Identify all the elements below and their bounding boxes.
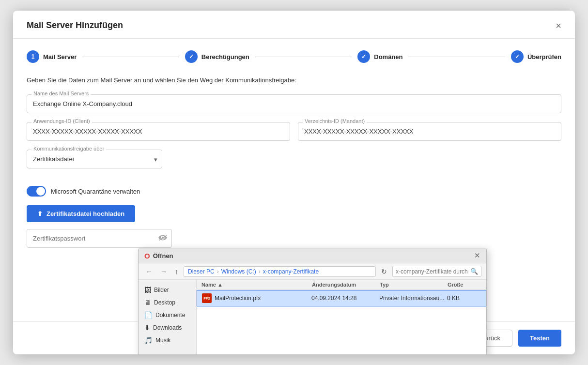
- file-dialog: O Öffnen ✕ ← → ↑ Dieser PC › Windows (C:…: [138, 248, 487, 354]
- step-circle-2: ✓: [185, 50, 198, 63]
- documents-icon: 📄: [144, 311, 153, 319]
- file-list-area: Name ▲ Änderungsdatum Typ Größe PFX Mail…: [197, 280, 486, 354]
- search-icon: 🔍: [470, 268, 478, 275]
- eye-icon[interactable]: [158, 235, 167, 242]
- music-icon: 🎵: [144, 336, 153, 344]
- sidebar-label-desktop: Desktop: [154, 299, 175, 306]
- col-date: Änderungsdatum: [312, 282, 380, 288]
- name-field-group: Name des Mail Servers Exchange Online X-…: [27, 94, 561, 113]
- step-mail-server: 1 Mail Server: [27, 50, 77, 63]
- folder-icon: 🖼: [144, 286, 151, 294]
- comm-select-container: Zertifikatsdatei ▾: [27, 150, 162, 168]
- upload-icon: ⬆: [37, 210, 43, 217]
- toggle-row: Microsoft Quarantäne verwalten: [27, 186, 561, 197]
- file-date: 04.09.2024 14:28: [311, 295, 379, 302]
- col-name[interactable]: Name ▲: [201, 282, 312, 288]
- file-dialog-content: 🖼 Bilder 🖥 Desktop 📄 Dokumente ⬇ Downloa…: [139, 280, 486, 354]
- opera-logo: O: [144, 252, 150, 260]
- steps-indicator: 1 Mail Server ✓ Berechtigungen ✓ Domänen: [27, 50, 561, 63]
- file-name-label: MailProtection.pfx: [215, 295, 261, 302]
- test-button[interactable]: Testen: [518, 330, 561, 347]
- sidebar-label-dokumente: Dokumente: [155, 312, 185, 319]
- path-breadcrumb: Dieser PC › Windows (C:) › x-company-Zer…: [184, 266, 376, 277]
- file-dialog-sidebar: 🖼 Bilder 🖥 Desktop 📄 Dokumente ⬇ Downloa…: [139, 280, 197, 354]
- col-size: Größe: [448, 282, 481, 288]
- refresh-button[interactable]: ↻: [379, 267, 389, 276]
- back-nav-button[interactable]: ←: [143, 267, 155, 276]
- id-fields-row: Anwendungs-ID (Client) XXXX-XXXXX-XXXXX-…: [27, 122, 561, 150]
- file-name-cell: PFX MailProtection.pfx: [202, 293, 311, 303]
- password-input[interactable]: [27, 229, 172, 248]
- step-circle-1: 1: [27, 50, 39, 63]
- comm-field-group: Kommunikationsfreigabe über Zertifikatsd…: [27, 150, 561, 177]
- dir-id-input[interactable]: XXXX-XXXXX-XXXXX-XXXXX-XXXXX: [298, 122, 561, 141]
- pfx-file-icon: PFX: [202, 293, 212, 303]
- comm-select-wrapper: Kommunikationsfreigabe über Zertifikatsd…: [27, 150, 162, 168]
- file-row-mailprotection[interactable]: PFX MailProtection.pfx 04.09.2024 14:28 …: [197, 290, 486, 306]
- step-line-3: [408, 57, 505, 57]
- modal-body: 1 Mail Server ✓ Berechtigungen ✓ Domänen: [13, 39, 575, 258]
- forward-nav-button[interactable]: →: [158, 267, 170, 276]
- sort-up-icon: ▲: [217, 282, 223, 288]
- app-id-field-group: Anwendungs-ID (Client) XXXX-XXXXX-XXXXX-…: [27, 122, 290, 141]
- close-button[interactable]: ×: [556, 21, 561, 30]
- step-ueberpruefen: ✓ Überprüfen: [511, 50, 561, 63]
- file-type: Privater Informationsau...: [379, 295, 447, 302]
- dir-id-label: Verzeichnis-ID (Mandant): [303, 118, 367, 124]
- name-label: Name des Mail Servers: [31, 91, 91, 96]
- upload-button-label: Zertifikatsdatei hochladen: [46, 210, 124, 217]
- file-dialog-titlebar: O Öffnen ✕: [139, 248, 486, 263]
- password-row: [27, 229, 561, 248]
- comm-label: Kommunikationsfreigabe über: [31, 146, 106, 152]
- form-description: Geben Sie die Daten zum Mail Server an u…: [27, 76, 561, 84]
- step-label-ueberpruefen: Überprüfen: [527, 53, 561, 61]
- step-berechtigungen: ✓ Berechtigungen: [185, 50, 249, 63]
- path-windows[interactable]: Windows (C:): [221, 268, 256, 275]
- quarantine-toggle[interactable]: [27, 186, 46, 197]
- step-line-2: [255, 57, 352, 57]
- name-input[interactable]: Exchange Online X-Company.cloud: [27, 94, 561, 113]
- sidebar-label-musik: Musik: [155, 337, 170, 344]
- sidebar-label-downloads: Downloads: [153, 324, 182, 331]
- step-circle-4: ✓: [511, 50, 524, 63]
- step-label-domaenen: Domänen: [374, 53, 402, 61]
- path-folder[interactable]: x-company-Zertifikate: [263, 268, 319, 275]
- step-line-1: [82, 57, 179, 57]
- modal-header: Mail Server Hinzufügen ×: [13, 11, 575, 39]
- col-type: Typ: [380, 282, 448, 288]
- app-id-input[interactable]: XXXX-XXXXX-XXXXX-XXXXX-XXXXX: [27, 122, 290, 141]
- downloads-icon: ⬇: [144, 324, 150, 332]
- sidebar-item-desktop[interactable]: 🖥 Desktop: [139, 296, 196, 309]
- upload-section: ⬆ Zertifikatsdatei hochladen: [27, 205, 561, 222]
- comm-select[interactable]: Zertifikatsdatei: [27, 150, 162, 168]
- sidebar-item-dokumente[interactable]: 📄 Dokumente: [139, 309, 196, 321]
- file-dialog-close-button[interactable]: ✕: [474, 251, 480, 260]
- step-domaenen: ✓ Domänen: [357, 50, 402, 63]
- password-field-group: [27, 229, 172, 248]
- up-nav-button[interactable]: ↑: [172, 267, 181, 276]
- step-label-mail-server: Mail Server: [43, 53, 77, 61]
- sidebar-item-downloads[interactable]: ⬇ Downloads: [139, 321, 196, 334]
- path-dieser-pc[interactable]: Dieser PC: [188, 268, 215, 275]
- file-search-input[interactable]: [396, 268, 468, 275]
- step-label-berechtigungen: Berechtigungen: [201, 53, 249, 61]
- sidebar-item-musik[interactable]: 🎵 Musik: [139, 334, 196, 347]
- desktop-icon: 🖥: [144, 299, 151, 306]
- file-list-header: Name ▲ Änderungsdatum Typ Größe: [197, 280, 486, 290]
- modal-dialog: Mail Server Hinzufügen × 1 Mail Server ✓…: [13, 11, 575, 354]
- file-size: 0 KB: [447, 295, 481, 302]
- upload-button[interactable]: ⬆ Zertifikatsdatei hochladen: [27, 205, 135, 222]
- modal-title: Mail Server Hinzufügen: [27, 20, 123, 30]
- toggle-label: Microsoft Quarantäne verwalten: [51, 188, 140, 195]
- app-id-label: Anwendungs-ID (Client): [31, 118, 92, 124]
- file-search-box: 🔍: [392, 266, 481, 277]
- dir-id-field-group: Verzeichnis-ID (Mandant) XXXX-XXXXX-XXXX…: [298, 122, 561, 141]
- step-circle-3: ✓: [357, 50, 370, 63]
- file-dialog-toolbar: ← → ↑ Dieser PC › Windows (C:) › x-compa…: [139, 263, 486, 280]
- sidebar-item-bilder[interactable]: 🖼 Bilder: [139, 284, 196, 296]
- file-dialog-title-text: Öffnen: [153, 252, 173, 259]
- sidebar-label-bilder: Bilder: [154, 287, 169, 293]
